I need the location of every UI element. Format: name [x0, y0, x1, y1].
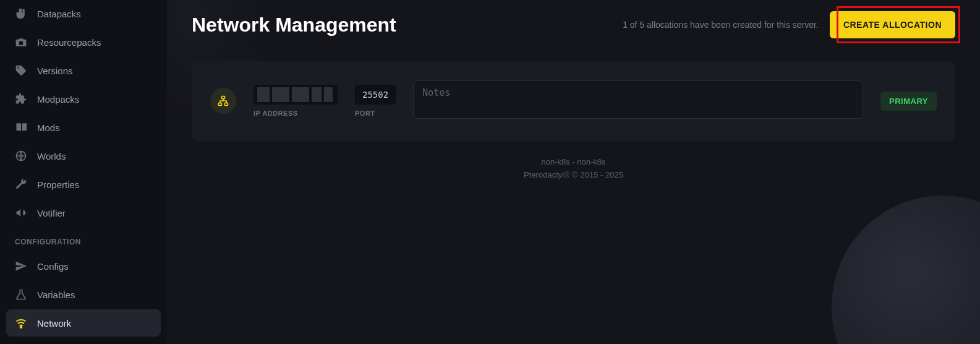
sidebar-item-properties[interactable]: Properties: [6, 171, 161, 198]
sidebar-item-worlds[interactable]: Worlds: [6, 142, 161, 170]
sidebar-item-label: Variables: [37, 290, 75, 300]
sidebar-item-versions[interactable]: Versions: [6, 57, 161, 84]
sidebar-section-title: CONFIGURATION: [6, 228, 161, 252]
ip-address-field: IP ADDRESS: [254, 85, 338, 117]
sidebar-item-label: Resourcepacks: [37, 37, 101, 48]
sidebar-item-resourcepacks[interactable]: Resourcepacks: [6, 28, 161, 56]
puzzle-icon: [15, 93, 27, 105]
sidebar-item-configs[interactable]: Configs: [6, 252, 161, 280]
svg-point-1: [20, 326, 22, 328]
svg-rect-3: [219, 103, 222, 105]
flask-icon: [15, 288, 27, 301]
tag-icon: [15, 64, 27, 77]
network-icon: [210, 88, 236, 114]
sidebar-item-label: Worlds: [37, 151, 66, 161]
background-planet-decoration: [832, 196, 980, 344]
sidebar-item-datapacks[interactable]: Datapacks: [6, 0, 161, 27]
sidebar-item-label: Configs: [37, 261, 69, 272]
sidebar-item-label: Datapacks: [37, 9, 81, 19]
ip-address-value[interactable]: [254, 85, 338, 105]
port-field: 25502 PORT: [355, 85, 396, 117]
book-icon: [15, 121, 27, 134]
port-label: PORT: [355, 110, 396, 117]
allocation-status-text: 1 of 5 allocations have been created for…: [623, 20, 819, 30]
sidebar-item-label: Network: [37, 318, 71, 329]
header-actions: 1 of 5 allocations have been created for…: [623, 11, 955, 38]
sidebar-item-label: Modpacks: [37, 94, 79, 105]
ip-address-label: IP ADDRESS: [254, 110, 338, 117]
notes-field: [413, 80, 863, 121]
sidebar: Datapacks Resourcepacks Versions Modpack…: [0, 0, 167, 344]
sidebar-item-network[interactable]: Network: [6, 309, 161, 337]
wifi-icon: [15, 317, 27, 329]
port-value[interactable]: 25502: [355, 85, 396, 105]
sidebar-item-startup[interactable]: Startup: [6, 338, 161, 344]
allocation-card: IP ADDRESS 25502 PORT PRIMARY: [192, 61, 955, 141]
camera-icon: [15, 36, 27, 48]
page-header: Network Management 1 of 5 allocations ha…: [192, 11, 955, 38]
sidebar-item-label: Votifier: [37, 208, 66, 218]
sidebar-item-label: Properties: [37, 179, 79, 190]
sidebar-item-modpacks[interactable]: Modpacks: [6, 85, 161, 113]
page-title: Network Management: [192, 14, 396, 37]
sidebar-item-mods[interactable]: Mods: [6, 114, 161, 141]
footer-line2: Pterodactyl® © 2015 - 2025: [192, 169, 955, 182]
create-allocation-button[interactable]: CREATE ALLOCATION: [830, 11, 955, 38]
sidebar-item-variables[interactable]: Variables: [6, 281, 161, 308]
hand-icon: [15, 7, 27, 20]
globe-icon: [15, 150, 27, 162]
paperplane-icon: [15, 260, 27, 272]
footer: non-k8s - non-k8s Pterodactyl® © 2015 - …: [192, 156, 955, 182]
sidebar-item-label: Mods: [37, 123, 60, 133]
megaphone-icon: [15, 207, 27, 219]
primary-badge: PRIMARY: [880, 92, 937, 111]
wrench-icon: [15, 178, 27, 191]
footer-line1: non-k8s - non-k8s: [192, 156, 955, 169]
svg-rect-2: [222, 97, 225, 99]
notes-input[interactable]: [413, 80, 863, 119]
sidebar-item-label: Versions: [37, 66, 73, 76]
sidebar-item-votifier[interactable]: Votifier: [6, 199, 161, 226]
main-content: Network Management 1 of 5 allocations ha…: [167, 0, 980, 344]
svg-rect-4: [225, 103, 228, 105]
